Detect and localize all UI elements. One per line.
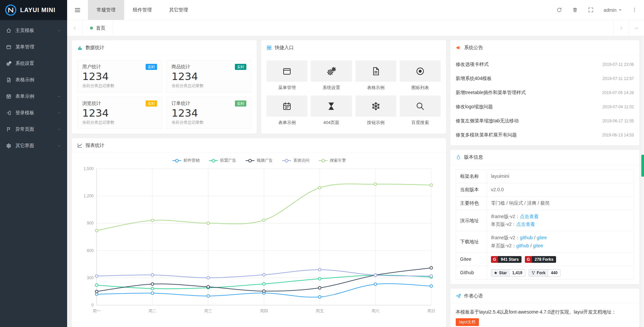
nav-tab-3[interactable]: 其它管理 xyxy=(160,0,197,20)
star-icon xyxy=(494,271,498,275)
svg-text:周一: 周一 xyxy=(93,309,101,313)
github-fork-badge[interactable]: Fork440 xyxy=(529,269,560,277)
page-scrollbar[interactable] xyxy=(641,36,644,327)
gitee-badge[interactable]: G941 Stars xyxy=(491,256,522,263)
version-row: GithubStar1,419Fork440 xyxy=(456,266,634,279)
quick-entry-item[interactable]: 表格示例 xyxy=(355,60,396,91)
snowflake-icon xyxy=(371,101,381,111)
quick-entry-item[interactable]: 按钮示例 xyxy=(355,95,396,126)
line-chart: 03006009001,2001,500周一周二周三周四周五周六周日 xyxy=(77,164,441,319)
flag-icon xyxy=(6,127,11,132)
legend-item[interactable]: 搜索引擎 xyxy=(318,158,346,163)
author-text: 本模板基于layui2.5.4以及font-awesome-4.7.0进行实现。… xyxy=(456,309,616,315)
announcement-text: 新增系统404模板 xyxy=(456,76,492,82)
card-title-announcements: 系统公告 xyxy=(464,45,483,51)
version-row-label: 下载地址 xyxy=(456,231,487,252)
user-menu[interactable]: admin xyxy=(604,7,622,13)
announcement-item[interactable]: 修复多模块菜单栏展开有问题2019-06-13 14:53 xyxy=(456,128,634,142)
search-icon xyxy=(415,101,425,111)
announcements-card: 系统公告 修改选项卡样式2019-07-11 23:06新增系统404模板201… xyxy=(450,40,639,146)
link-github[interactable]: github xyxy=(516,243,529,248)
sidebar-item-5[interactable]: 表单示例 xyxy=(0,88,67,105)
tab-menu-button[interactable] xyxy=(629,20,644,36)
legend-item[interactable]: 视频广告 xyxy=(245,158,273,163)
refresh-icon[interactable] xyxy=(556,7,562,13)
legend-item[interactable]: 邮件营销 xyxy=(172,158,200,163)
sidebar-item-1[interactable]: 主页模板 xyxy=(0,22,67,39)
window-icon xyxy=(6,44,11,50)
clear-cache-icon[interactable] xyxy=(572,7,578,13)
calendar-icon xyxy=(6,94,11,99)
sidebar-item-7[interactable]: 异常页面 xyxy=(0,121,67,137)
link-gitee[interactable]: gitee xyxy=(537,235,547,240)
sidebar-item-8[interactable]: 其它界面 xyxy=(0,137,67,154)
svg-text:周日: 周日 xyxy=(427,309,435,313)
sidebar-item-6[interactable]: 登录模板 xyxy=(0,105,67,121)
announcement-date: 2019-06-13 14:53 xyxy=(602,133,634,137)
quick-entry-item[interactable]: 表单示例 xyxy=(266,95,307,126)
stats-card: 数据统计 用户统计实时1234当前分类总记录数商品统计实时1234当前分类总记录… xyxy=(72,40,257,134)
link-github[interactable]: github xyxy=(520,235,533,240)
quick-entry-label: 百度搜索 xyxy=(400,120,441,126)
app-logo[interactable]: LAYUI MINI xyxy=(0,0,67,20)
link-点击查看[interactable]: 点击查看 xyxy=(516,221,535,227)
announcement-text: 修复左侧菜单缩放tab无法移动 xyxy=(456,118,518,124)
layui-doc-badge[interactable]: layui文档 xyxy=(456,318,479,326)
stat-desc: 当前分类总记录数 xyxy=(82,83,157,89)
card-title-quick: 快捷入口 xyxy=(275,45,294,51)
sidebar-item-label: 表单示例 xyxy=(15,93,53,99)
tab-scroll-left-button[interactable] xyxy=(67,20,83,36)
quick-entry-item[interactable]: 图标列表 xyxy=(400,60,441,91)
announcement-text: 修改选项卡样式 xyxy=(456,62,489,68)
announcement-item[interactable]: 新增treetable插件和菜单管理样式2019-07-05 14:28 xyxy=(456,86,634,100)
scrollbar-thumb[interactable] xyxy=(641,155,644,177)
nav-tab-2[interactable]: 组件管理 xyxy=(124,0,160,20)
window-icon xyxy=(282,67,292,76)
tab-home-label: 首页 xyxy=(96,25,105,31)
quick-entry-item[interactable]: 系统设置 xyxy=(311,60,352,91)
announcement-item[interactable]: 修改选项卡样式2019-07-11 23:06 xyxy=(456,57,634,72)
sidebar-toggle-button[interactable] xyxy=(67,0,88,20)
quick-entry-label: 菜单管理 xyxy=(266,85,307,91)
link-gitee[interactable]: gitee xyxy=(533,243,543,248)
svg-text:周四: 周四 xyxy=(260,309,268,313)
sidebar-item-2[interactable]: 菜单管理 xyxy=(0,39,67,55)
version-table: 框架名称layuimini当前版本v2.0.0主要特色零门槛 / 响应式 / 清… xyxy=(456,169,634,280)
gitee-badge[interactable]: G278 Forks xyxy=(525,256,556,263)
header: 常规管理组件管理其它管理 admin xyxy=(67,0,644,20)
fullscreen-icon[interactable] xyxy=(588,7,594,13)
tab-scroll-right-button[interactable] xyxy=(613,20,629,36)
realtime-badge: 实时 xyxy=(235,64,246,70)
announcement-date: 2019-07-05 14:28 xyxy=(602,90,634,95)
nav-tab-1[interactable]: 常规管理 xyxy=(88,0,124,20)
grid-icon xyxy=(266,45,272,50)
gears-icon xyxy=(6,61,11,66)
gitee-logo: G xyxy=(491,256,498,263)
version-row: GiteeG941 StarsG278 Forks xyxy=(456,252,634,266)
announcement-item[interactable]: 修改logo缩放问题2019-07-04 11:02 xyxy=(456,100,634,114)
card-title-stats: 数据统计 xyxy=(86,45,104,51)
sidebar-item-label: 菜单管理 xyxy=(15,44,61,50)
svg-text:周五: 周五 xyxy=(316,309,324,313)
stat-value: 1234 xyxy=(171,70,246,82)
announcement-item[interactable]: 修复左侧菜单缩放tab无法移动2019-06-17 11:55 xyxy=(456,114,634,128)
github-star-badge[interactable]: Star1,419 xyxy=(491,269,525,277)
sidebar-item-4[interactable]: 表格示例 xyxy=(0,72,67,88)
svg-text:周二: 周二 xyxy=(148,309,156,313)
sidebar-item-label: 系统设置 xyxy=(15,60,61,67)
stat-value: 1234 xyxy=(171,107,246,119)
link-点击查看[interactable]: 点击查看 xyxy=(520,214,539,219)
sidebar-item-3[interactable]: 系统设置 xyxy=(0,55,67,72)
legend-item[interactable]: 联盟广告 xyxy=(208,158,236,163)
app-title: LAYUI MINI xyxy=(20,7,55,14)
legend-item[interactable]: 直接访问 xyxy=(282,158,309,163)
announcement-item[interactable]: 新增系统404模板2019-07-11 12:57 xyxy=(456,72,634,86)
quick-entry-item[interactable]: 百度搜索 xyxy=(400,95,441,126)
tab-home[interactable]: 首页 xyxy=(83,20,113,36)
quick-entry-item[interactable]: 404页面 xyxy=(311,95,352,126)
svg-text:600: 600 xyxy=(87,248,94,253)
quick-entry-item[interactable]: 菜单管理 xyxy=(266,60,307,91)
version-row-label: 框架名称 xyxy=(456,170,487,183)
more-icon[interactable] xyxy=(632,7,637,13)
version-row-label: 主要特色 xyxy=(456,197,487,210)
